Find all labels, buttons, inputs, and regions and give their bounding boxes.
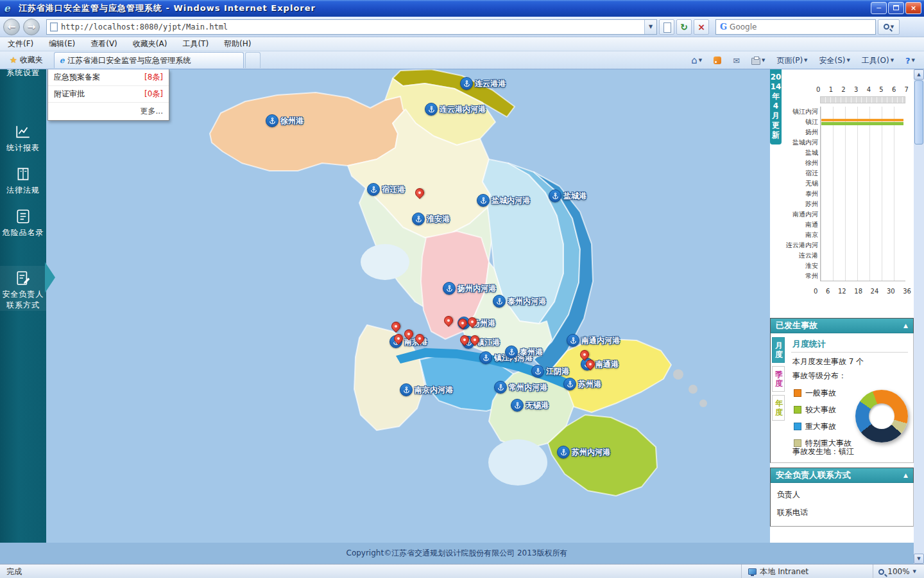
contact-field-phone: 联系电话 <box>777 507 808 518</box>
maximize-button[interactable] <box>888 2 904 14</box>
sidebar-item-system-settings[interactable]: 系统设置 <box>0 69 46 78</box>
port-marker[interactable]: 盐城内河港 <box>477 194 530 207</box>
legend-item: 较大事故 <box>794 401 851 418</box>
title-bar: e 江苏省港口安全监管与应急管理系统 - Windows Internet Ex… <box>0 0 924 17</box>
quick-row-certificate-approval[interactable]: 附证审批 [0条] <box>48 86 169 103</box>
port-marker[interactable]: 江阴港 <box>531 365 569 378</box>
menu-favorites[interactable]: 收藏夹(A) <box>125 37 175 51</box>
back-button[interactable]: ← <box>3 19 20 35</box>
legend-swatch-1 <box>794 406 801 414</box>
star-icon: ★ <box>10 55 17 65</box>
url-field: ▼ <box>46 19 657 35</box>
tab-monthly[interactable]: 月度 <box>772 337 785 363</box>
port-marker[interactable]: 徐州港 <box>266 114 304 127</box>
menu-view[interactable]: 查看(V) <box>83 37 125 51</box>
tools-menu-button[interactable]: 工具(O)▼ <box>859 54 896 67</box>
tick-label: 30 <box>887 288 895 295</box>
collapse-arrow-icon[interactable]: ▲ <box>903 472 908 478</box>
tab-yearly[interactable]: 年度 <box>772 395 785 421</box>
form-pencil-icon <box>15 270 31 286</box>
forward-button[interactable]: → <box>23 19 40 35</box>
search-input[interactable] <box>730 22 875 31</box>
port-marker[interactable]: 连云港内河港 <box>425 103 486 116</box>
port-marker[interactable]: 淮安港 <box>412 213 450 225</box>
sidebar-item-hazmat-list[interactable]: 危险品名录 <box>0 208 46 238</box>
browser-tab[interactable]: e 江苏省港口安全监管与应急管理系统 <box>54 52 244 68</box>
collapse-arrow-icon[interactable]: ▲ <box>903 322 908 329</box>
port-marker[interactable]: 泰州港 <box>505 346 543 358</box>
safety-menu-button[interactable]: 安全(S)▼ <box>816 54 852 67</box>
chart-category-label: 泰州 <box>782 189 818 199</box>
minimize-button[interactable]: ─ <box>871 2 887 14</box>
tab-quarterly[interactable]: 季度 <box>772 366 785 392</box>
go-page-button[interactable] <box>659 19 674 35</box>
tick-label: 3 <box>854 86 858 93</box>
sidebar-item-statistics[interactable]: 统计报表 <box>0 123 46 153</box>
sidebar-item-safety-contacts[interactable]: 安全负责人 联系方式 <box>0 266 46 311</box>
port-marker[interactable]: 常州内河港 <box>494 381 547 394</box>
mail-button[interactable]: ✉ <box>730 55 742 67</box>
scroll-down-button[interactable]: ▼ <box>914 554 924 564</box>
port-marker[interactable]: 无锡港 <box>511 399 549 412</box>
scroll-up-button[interactable]: ▲ <box>914 69 924 80</box>
chart-category-label: 苏州 <box>782 199 818 209</box>
url-input[interactable] <box>61 22 644 31</box>
contact-panel-body: 负责人 联系电话 <box>770 483 914 527</box>
anchor-icon <box>479 351 492 364</box>
menu-edit[interactable]: 编辑(E) <box>41 37 83 51</box>
port-label: 盐城内河港 <box>492 195 530 206</box>
chart-category-label: 镇江 <box>782 117 818 127</box>
vertical-scrollbar[interactable]: ▲ ▼ <box>914 69 924 564</box>
search-dropdown-icon: ▼ <box>891 24 894 30</box>
menu-help[interactable]: 帮助(H) <box>216 37 259 51</box>
menu-tools[interactable]: 工具(T) <box>175 37 216 51</box>
url-dropdown-button[interactable]: ▼ <box>644 20 656 34</box>
sidebar-item-laws[interactable]: 法律法规 <box>0 166 46 196</box>
menu-file[interactable]: 文件(F) <box>0 37 41 51</box>
port-marker[interactable]: 南通内河港 <box>567 334 620 347</box>
port-label: 扬州内河港 <box>458 283 496 294</box>
sidebar-item-label: 联系方式 <box>0 300 46 311</box>
feeds-button[interactable] <box>711 55 724 66</box>
chart-category-label: 镇江内河 <box>782 107 818 117</box>
favorites-button[interactable]: ★ 收藏夹 <box>4 53 49 67</box>
window-title: 江苏省港口安全监管与应急管理系统 - Windows Internet Expl… <box>19 3 316 14</box>
help-button[interactable]: ?▼ <box>903 55 918 67</box>
chart-category-label: 淮安 <box>782 261 818 271</box>
port-marker[interactable]: 盐城港 <box>549 189 586 202</box>
chart-category-label: 南通 <box>782 220 818 230</box>
quick-row-emergency-plan[interactable]: 应急预案备案 [8条] <box>48 69 169 86</box>
port-marker[interactable]: 宿迁港 <box>367 183 405 196</box>
close-button[interactable]: × <box>905 2 921 14</box>
status-text: 完成 <box>6 566 22 577</box>
more-link[interactable]: 更多... <box>48 103 169 120</box>
scroll-thumb[interactable] <box>914 80 923 144</box>
map-canvas[interactable]: 连云港港 连云港内河港 徐州港 宿迁港 淮安港 盐城内河港 盐城港 扬州内河港 … <box>46 69 770 543</box>
incident-summary: 本月度发生事故 7 个 <box>792 356 864 367</box>
port-marker[interactable]: 南京内河港 <box>400 383 453 396</box>
port-marker[interactable]: 泰州内河港 <box>493 295 546 308</box>
incident-panel: 已发生事故 ▲ 月度 季度 年度 月度统计 本月度发生事故 7 个 事故等级分布… <box>770 318 914 463</box>
zoom-control[interactable]: 100% ▼ <box>873 565 921 578</box>
printer-icon <box>751 58 760 65</box>
quick-row-label: 附证审批 <box>54 89 85 100</box>
quick-panel: 应急预案备案 [8条] 附证审批 [0条] 更多... <box>47 69 169 121</box>
print-button[interactable]: ▼ <box>749 55 767 66</box>
port-marker[interactable]: 扬州内河港 <box>443 282 496 295</box>
stop-button[interactable]: × <box>694 19 709 35</box>
search-button[interactable]: ▼ <box>878 19 900 35</box>
tools-dropdown-icon: ▼ <box>891 58 894 63</box>
anchor-icon <box>443 282 456 295</box>
page-menu-button[interactable]: 页面(P)▼ <box>774 54 810 67</box>
port-marker[interactable]: 苏州港 <box>563 378 601 390</box>
contact-panel-header: 安全负责人联系方式 ▲ <box>770 468 914 483</box>
port-label: 无锡港 <box>526 400 549 411</box>
anchor-icon <box>425 103 438 116</box>
home-button[interactable]: ⌂▼ <box>689 53 705 67</box>
new-tab-stub[interactable] <box>245 52 261 68</box>
safety-menu-label: 安全(S) <box>819 55 845 66</box>
port-marker[interactable]: 连云港港 <box>460 77 506 90</box>
port-marker[interactable]: 苏州内河港 <box>557 446 610 459</box>
print-dropdown-icon: ▼ <box>762 58 765 63</box>
refresh-button[interactable]: ↻ <box>676 19 692 35</box>
